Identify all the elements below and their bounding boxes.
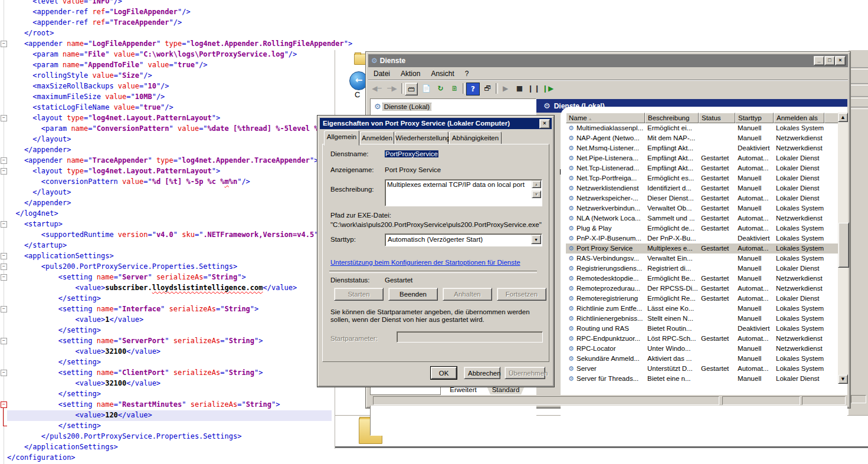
cancel-button[interactable]: Abbrechen	[464, 367, 500, 379]
service-row[interactable]: ⚙Remoteprozedurau...Der RPCSS-Di...Gesta…	[566, 284, 838, 294]
exe-path-label: Pfad zur EXE-Datei:	[330, 212, 391, 219]
scroll-up-icon[interactable]: ▲	[532, 180, 541, 188]
service-row[interactable]: ⚙NAP-Agent (Netwo...Mit dem NAP-...Manue…	[566, 133, 838, 143]
xml-config-editor[interactable]: −−−−−−−−−−−− <level value="INFO"/> <appe…	[0, 0, 366, 464]
dialog-tab-wiederherstellung[interactable]: Wiederherstellung	[395, 131, 448, 145]
help-icon[interactable]: ?	[466, 83, 480, 96]
start-service-icon[interactable]: ▶	[499, 83, 512, 94]
export-list-icon[interactable]: 🗎	[448, 83, 461, 94]
service-row[interactable]: ⚙Multimediaklassenpl...Ermöglicht ei...M…	[566, 123, 838, 133]
service-row[interactable]: ⚙RPC-LocatorUnter Windo...ManuellNetzwer…	[566, 344, 838, 354]
refresh-icon[interactable]: ↻	[434, 83, 447, 94]
pause-button[interactable]: Anhalten	[443, 288, 492, 301]
fold-toggle-icon[interactable]: −	[1, 370, 7, 376]
fold-toggle-icon[interactable]: −	[1, 274, 7, 281]
ok-button[interactable]: OK	[431, 367, 457, 379]
service-cell: ⚙RPC-Locator	[566, 344, 645, 354]
description-label: Beschreibung:	[330, 186, 374, 193]
fold-toggle-icon[interactable]: −	[1, 157, 7, 164]
fold-toggle-icon[interactable]: −	[1, 115, 7, 121]
forward-icon[interactable]: ─▶	[386, 83, 398, 94]
description-field[interactable]: Multiplexes external TCP/IP data on loca…	[385, 179, 542, 206]
service-row[interactable]: ⚙Server für Threads...Bietet eine n...Ma…	[566, 374, 838, 384]
fold-toggle-icon[interactable]: −	[1, 221, 7, 228]
fold-toggle-icon[interactable]: −	[1, 168, 7, 175]
service-cell: ⚙Server für Threads...	[566, 374, 645, 384]
service-gear-icon: ⚙	[568, 324, 577, 334]
service-cell: Lokales System	[774, 304, 824, 314]
stop-button[interactable]: Beenden	[388, 288, 438, 301]
pause-service-icon[interactable]: ❙❙	[528, 83, 540, 94]
service-row[interactable]: ⚙NLA (Network Loca...Sammelt und ...Gest…	[566, 213, 838, 223]
scrollbar-thumb[interactable]	[838, 222, 849, 268]
services-titlebar[interactable]: ⚙Dienste _ □ ×	[368, 54, 848, 67]
column-header-anmeldenals[interactable]: Anmelden als	[774, 113, 824, 123]
fold-toggle-icon[interactable]: −	[1, 253, 7, 259]
restart-service-icon[interactable]: ❙▶	[542, 83, 554, 94]
fold-toggle-icon[interactable]: −	[1, 41, 7, 47]
service-row[interactable]: ⚙Port Proxy ServiceMultiplexes e...Gesta…	[566, 243, 838, 254]
column-header-name[interactable]: Name ▲	[566, 113, 645, 123]
show-console-tree-icon[interactable]: 🗃	[405, 83, 418, 96]
service-row[interactable]: ⚙Registrierungsdiens...Registriert di...…	[566, 264, 838, 274]
chevron-down-icon[interactable]: ▼	[531, 235, 541, 244]
resume-button[interactable]: Fortsetzen	[497, 288, 546, 301]
dialog-tab-abhngigkeiten[interactable]: Abhängigkeiten	[449, 131, 502, 145]
menu-item-[interactable]: ?	[460, 67, 474, 80]
minimize-button[interactable]: _	[814, 56, 824, 65]
fold-toggle-icon[interactable]: −	[1, 306, 7, 312]
service-row[interactable]: ⚙Netzwerkspeicher-...Dieser Dienst...Ges…	[566, 193, 838, 203]
scroll-up-icon[interactable]: ▲	[838, 113, 848, 122]
column-header-starttyp[interactable]: Starttyp	[735, 113, 774, 123]
startup-options-link[interactable]: Unterstützung beim Konfigurieren der Sta…	[330, 259, 520, 266]
service-row[interactable]: ⚙Net.Tcp-Listenerad...Empfängt Akt...Ges…	[566, 163, 838, 173]
service-name-value[interactable]: PortProxyService	[385, 150, 438, 157]
menu-item-datei[interactable]: Datei	[368, 67, 395, 80]
maximize-button[interactable]: □	[824, 56, 835, 65]
dialog-tab-anmelden[interactable]: Anmelden	[360, 131, 394, 145]
service-row[interactable]: ⚙PnP-X-IP-Busenum...Der PnP-X-Bu...Deakt…	[566, 233, 838, 243]
service-row[interactable]: ⚙ServerUnterstützt D...GestartetAutomat.…	[566, 364, 838, 374]
menu-item-aktion[interactable]: Aktion	[395, 67, 425, 80]
service-row[interactable]: ⚙NetzwerklistendienstIdentifiziert d...G…	[566, 183, 838, 193]
service-row[interactable]: ⚙Plug & PlayErmöglicht de...GestartetAut…	[566, 223, 838, 233]
service-row[interactable]: ⚙Routing und RASBietet Routin...Deaktivi…	[566, 324, 838, 334]
column-header-status[interactable]: Status	[699, 113, 735, 123]
service-row[interactable]: ⚙Remotedesktopdie...Ermöglicht Be...Gest…	[566, 274, 838, 284]
service-row[interactable]: ⚙RemoteregistrierungErmöglicht Re...Gest…	[566, 294, 838, 304]
properties-icon[interactable]: 📄	[420, 83, 433, 94]
stop-service-icon[interactable]: ■	[513, 83, 526, 94]
column-header-beschreibung[interactable]: Beschreibung	[645, 113, 699, 123]
service-cell: Manuell	[735, 264, 774, 274]
service-cell: Löst RPC-Sch...	[645, 334, 699, 344]
service-gear-icon: ⚙	[568, 213, 577, 223]
scroll-down-icon[interactable]: ▼	[838, 374, 848, 384]
close-icon[interactable]: ×	[539, 119, 550, 129]
start-type-select[interactable]: Automatisch (Verzögerter Start) ▼	[385, 233, 542, 246]
service-row[interactable]: ⚙Net.Msmq-Listener...Empfängt Akt...Deak…	[566, 143, 838, 153]
menu-item-ansicht[interactable]: Ansicht	[425, 67, 459, 80]
service-row[interactable]: ⚙RAS-Verbindungsv...Verwaltet Ein...Manu…	[566, 254, 838, 264]
extended-view-icon[interactable]: 🗗	[482, 83, 494, 94]
tree-item-services-local[interactable]: ⚙ Dienste (Lokal)	[374, 102, 431, 111]
service-row[interactable]: ⚙Net.Pipe-Listenera...Empfängt Akt...Ges…	[566, 153, 838, 163]
service-row[interactable]: ⚙Richtlinie zum Entfe...Lässt eine Ko...…	[566, 304, 838, 314]
scroll-down-icon[interactable]: ▼	[532, 190, 541, 198]
apply-button[interactable]: Übernehmen	[505, 367, 545, 379]
service-row[interactable]: ⚙Sekundäre Anmeld...Aktiviert das ...Man…	[566, 354, 838, 364]
dialog-tab-allgemein[interactable]: Allgemein	[324, 130, 359, 146]
services-scrollbar[interactable]: ▲ ▼	[838, 113, 848, 384]
service-row[interactable]: ⚙Richtlinienergebniss...Stellt einen N..…	[566, 314, 838, 324]
start-button[interactable]: Starten	[334, 288, 384, 301]
close-button[interactable]: ×	[835, 56, 846, 65]
service-row[interactable]: ⚙RPC-Endpunktzuor...Löst RPC-Sch...Gesta…	[566, 334, 838, 344]
start-params-input[interactable]	[397, 331, 543, 343]
service-cell: ⚙Remoteregistrierung	[566, 294, 645, 304]
dialog-titlebar[interactable]: Eigenschaften von Port Proxy Service (Lo…	[320, 118, 552, 129]
back-icon[interactable]: ◀─	[371, 83, 383, 94]
service-row[interactable]: ⚙Netzwerkverbindun...Verwaltet Ob...Gest…	[566, 203, 838, 213]
fold-toggle-icon[interactable]: −	[1, 338, 7, 344]
fold-toggle-icon[interactable]: −	[1, 264, 7, 270]
fold-toggle-icon[interactable]: −	[1, 402, 7, 408]
service-row[interactable]: ⚙Net.Tcp-Portfreiga...Ermöglicht es...Ge…	[566, 173, 838, 183]
